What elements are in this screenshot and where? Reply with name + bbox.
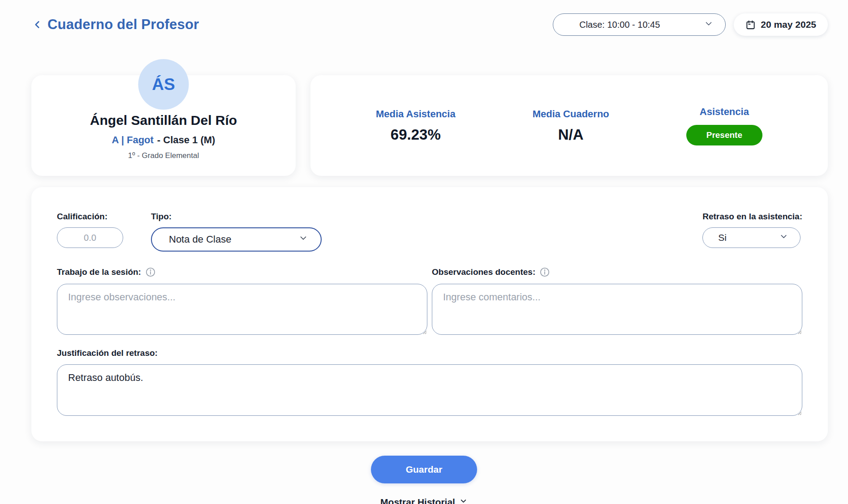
avatar: ÁS [138,59,189,110]
chevron-down-icon [298,233,308,246]
stat-media-asistencia: Media Asistencia 69.23% [376,108,456,143]
info-icon[interactable] [539,267,550,278]
justificacion-label: Justificación del retraso: [57,348,802,358]
retraso-value: Si [718,232,727,243]
chevron-down-icon [779,232,788,243]
chevron-down-icon [459,497,468,504]
justificacion-textarea[interactable]: Retraso autobús. [57,364,802,416]
stat-media-cuaderno: Media Cuaderno N/A [533,108,609,143]
date-picker-button[interactable]: 20 may 2025 [734,13,828,36]
group-instrument-link[interactable]: A | Fagot [112,134,154,145]
show-history-toggle[interactable]: Mostrar Historial [380,497,468,504]
class-time-value: Clase: 10:00 - 10:45 [579,20,660,30]
retraso-select[interactable]: Si [702,227,801,248]
save-button[interactable]: Guardar [371,456,477,483]
student-name: Ángel Santillán Del Río [31,113,296,128]
field-calificacion: Calificación: [57,212,123,248]
class-info: - Clase 1 (M) [157,134,215,145]
stat-asistencia: Asistencia Presente [686,106,762,145]
back-navigation[interactable]: Cuaderno del Profesor [31,17,199,33]
field-trabajo: Trabajo de la sesión: [57,267,427,335]
tipo-value: Nota de Clase [169,234,231,245]
trabajo-textarea[interactable] [57,284,427,335]
info-icon[interactable] [145,267,156,278]
trabajo-label-text: Trabajo de la sesión: [57,267,141,277]
observaciones-textarea[interactable] [432,284,802,335]
date-label: 20 may 2025 [761,19,816,30]
page: Cuaderno del Profesor Clase: 10:00 - 10:… [0,0,848,504]
chevron-down-icon [704,19,714,31]
actions: Guardar Mostrar Historial [0,441,848,504]
page-title: Cuaderno del Profesor [47,17,199,33]
trabajo-label: Trabajo de la sesión: [57,267,427,278]
field-observaciones: Observaciones docentes: [432,267,802,335]
field-retraso: Retraso en la asistencia: Si [702,212,802,248]
calificacion-label: Calificación: [57,212,123,222]
header-right: Clase: 10:00 - 10:45 20 may 2025 [553,13,828,36]
form-row-top: Calificación: Tipo: Nota de Clase Retras… [57,212,802,252]
calendar-icon [745,20,756,30]
calificacion-input[interactable] [57,227,123,248]
stat-label: Media Cuaderno [533,108,609,120]
student-grade: 1º - Grado Elemental [31,151,296,160]
class-time-select[interactable]: Clase: 10:00 - 10:45 [553,13,726,36]
stat-label: Media Asistencia [376,108,456,120]
tipo-label: Tipo: [151,212,322,222]
observaciones-label-text: Observaciones docentes: [432,267,535,277]
form-row-textareas: Trabajo de la sesión: Observaciones doce… [57,267,802,335]
summary-row: ÁS Ángel Santillán Del Río A | Fagot- Cl… [31,75,828,176]
session-form-card: Calificación: Tipo: Nota de Clase Retras… [31,187,828,441]
tipo-select[interactable]: Nota de Clase [151,227,322,252]
attendance-status-badge[interactable]: Presente [686,125,762,145]
field-justificacion: Justificación del retraso: Retraso autob… [57,348,802,416]
student-subtitle: A | Fagot- Clase 1 (M) [31,134,296,146]
observaciones-label: Observaciones docentes: [432,267,802,278]
field-tipo: Tipo: Nota de Clase [151,212,322,252]
stats-card: Media Asistencia 69.23% Media Cuaderno N… [310,75,828,176]
chevron-left-icon[interactable] [31,19,43,30]
header: Cuaderno del Profesor Clase: 10:00 - 10:… [0,0,848,36]
retraso-label: Retraso en la asistencia: [702,212,802,222]
stat-label: Asistencia [700,106,749,118]
student-card: ÁS Ángel Santillán Del Río A | Fagot- Cl… [31,75,296,176]
stat-value: 69.23% [391,126,441,143]
stat-value: N/A [558,126,584,143]
show-history-label: Mostrar Historial [380,497,455,504]
